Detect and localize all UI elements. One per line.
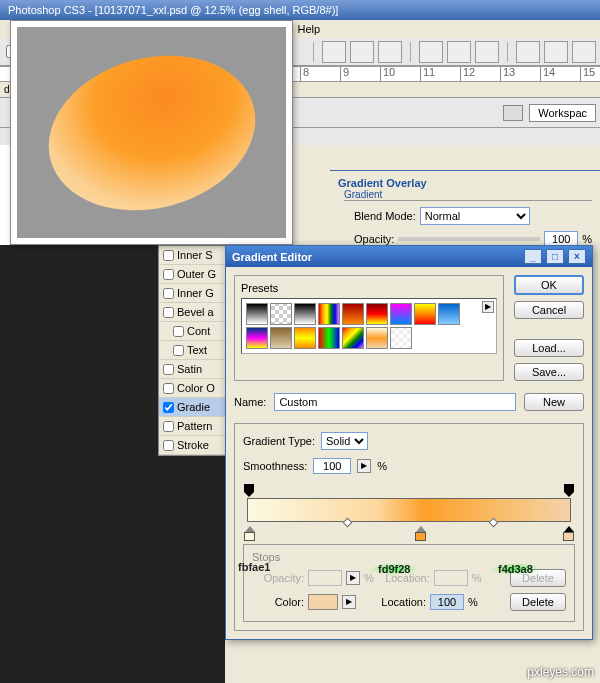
new-button[interactable]: New bbox=[524, 393, 584, 411]
style-inner-glow[interactable]: Inner G bbox=[159, 284, 227, 303]
load-button[interactable]: Load... bbox=[514, 339, 584, 357]
preset-swatch[interactable] bbox=[270, 303, 292, 325]
layer-styles-list: Inner S Outer G Inner G Bevel a Cont Tex… bbox=[158, 245, 228, 456]
delete-color-stop-button[interactable]: Delete bbox=[510, 593, 566, 611]
preset-swatch[interactable] bbox=[342, 327, 364, 349]
opacity-slider[interactable] bbox=[398, 237, 540, 241]
gradient-bar[interactable] bbox=[247, 486, 571, 540]
style-contour[interactable]: Cont bbox=[159, 322, 227, 341]
maximize-icon[interactable]: □ bbox=[546, 249, 564, 264]
save-button[interactable]: Save... bbox=[514, 363, 584, 381]
workspace-button[interactable]: Workspac bbox=[529, 104, 596, 122]
color-stop-1[interactable] bbox=[244, 526, 255, 540]
smoothness-input[interactable] bbox=[313, 458, 351, 474]
align-center-icon[interactable] bbox=[350, 41, 374, 63]
presets-group: Presets ▶ bbox=[234, 275, 504, 381]
pct-label: % bbox=[582, 233, 592, 245]
chevron-right-icon[interactable]: ▶ bbox=[357, 459, 371, 473]
distribute-3-icon[interactable] bbox=[572, 41, 596, 63]
stop-location-input-1 bbox=[434, 570, 468, 586]
stop-opacity-input bbox=[308, 570, 342, 586]
style-pattern-overlay[interactable]: Pattern bbox=[159, 417, 227, 436]
align-top-icon[interactable] bbox=[419, 41, 443, 63]
presets-grid: ▶ bbox=[241, 298, 497, 354]
close-icon[interactable]: × bbox=[568, 249, 586, 264]
preset-swatch[interactable] bbox=[342, 303, 364, 325]
chevron-right-icon[interactable]: ▶ bbox=[342, 595, 356, 609]
style-gradient-overlay[interactable]: Gradie bbox=[159, 398, 227, 417]
opacity-stop-right[interactable] bbox=[564, 484, 574, 496]
preset-swatch[interactable] bbox=[366, 327, 388, 349]
preset-swatch[interactable] bbox=[246, 303, 268, 325]
smoothness-label: Smoothness: bbox=[243, 460, 307, 472]
gradient-sub-header: Gradient bbox=[344, 189, 592, 201]
preset-swatch[interactable] bbox=[390, 327, 412, 349]
distribute-1-icon[interactable] bbox=[516, 41, 540, 63]
stops-label: Stops bbox=[252, 551, 566, 563]
stop-location-label-2: Location: bbox=[374, 596, 426, 608]
opacity-stop-left[interactable] bbox=[244, 484, 254, 496]
workspace-icon[interactable] bbox=[503, 105, 523, 121]
gradient-type-group: Gradient Type: Solid Smoothness: ▶ % bbox=[234, 423, 584, 631]
preset-swatch[interactable] bbox=[390, 303, 412, 325]
preset-swatch[interactable] bbox=[294, 327, 316, 349]
presets-label: Presets bbox=[241, 282, 497, 294]
preset-swatch[interactable] bbox=[438, 303, 460, 325]
align-left-icon[interactable] bbox=[322, 41, 346, 63]
stop-color-label: Color: bbox=[252, 596, 304, 608]
stops-group: Stops Opacity: ▶ % Location: % Delete Co… bbox=[243, 544, 575, 622]
style-outer-glow[interactable]: Outer G bbox=[159, 265, 227, 284]
stop-location-label: Location: bbox=[378, 572, 430, 584]
stop-opacity-label: Opacity: bbox=[252, 572, 304, 584]
preset-swatch[interactable] bbox=[294, 303, 316, 325]
align-middle-icon[interactable] bbox=[447, 41, 471, 63]
stop-location-input-2[interactable] bbox=[430, 594, 464, 610]
distribute-2-icon[interactable] bbox=[544, 41, 568, 63]
menu-help[interactable]: Help bbox=[292, 22, 327, 36]
align-right-icon[interactable] bbox=[378, 41, 402, 63]
app-titlebar: Photoshop CS3 - [10137071_xxl.psd @ 12.5… bbox=[0, 0, 600, 20]
style-texture[interactable]: Text bbox=[159, 341, 227, 360]
preset-swatch[interactable] bbox=[246, 327, 268, 349]
gradient-type-label: Gradient Type: bbox=[243, 435, 315, 447]
gradient-editor-dialog: Gradient Editor _ □ × Presets ▶ bbox=[225, 245, 593, 640]
delete-opacity-stop-button: Delete bbox=[510, 569, 566, 587]
gradient-overlay-header: Gradient Overlay bbox=[338, 177, 592, 189]
style-bevel[interactable]: Bevel a bbox=[159, 303, 227, 322]
preview-thumbnail bbox=[10, 20, 293, 245]
presets-menu-arrow-icon[interactable]: ▶ bbox=[482, 301, 494, 313]
style-inner-shadow[interactable]: Inner S bbox=[159, 246, 227, 265]
dialog-titlebar[interactable]: Gradient Editor _ □ × bbox=[226, 246, 592, 267]
cancel-button[interactable]: Cancel bbox=[514, 301, 584, 319]
preset-swatch[interactable] bbox=[366, 303, 388, 325]
style-stroke[interactable]: Stroke bbox=[159, 436, 227, 455]
name-label: Name: bbox=[234, 396, 266, 408]
preset-swatch[interactable] bbox=[270, 327, 292, 349]
color-stop-3[interactable] bbox=[563, 526, 574, 540]
align-bottom-icon[interactable] bbox=[475, 41, 499, 63]
chevron-right-icon: ▶ bbox=[346, 571, 360, 585]
ok-button[interactable]: OK bbox=[514, 275, 584, 295]
dialog-title: Gradient Editor bbox=[232, 251, 312, 263]
stop-color-swatch[interactable] bbox=[308, 594, 338, 610]
minimize-icon[interactable]: _ bbox=[524, 249, 542, 264]
preset-swatch[interactable] bbox=[318, 303, 340, 325]
watermark: pxleyes.com bbox=[527, 665, 594, 679]
opacity-label: Opacity: bbox=[354, 233, 394, 245]
blend-mode-select[interactable]: Normal bbox=[420, 207, 530, 225]
preset-swatch[interactable] bbox=[414, 303, 436, 325]
egg-preview bbox=[31, 33, 273, 232]
blend-mode-label: Blend Mode: bbox=[354, 210, 416, 222]
app-title: Photoshop CS3 - [10137071_xxl.psd @ 12.5… bbox=[8, 4, 338, 16]
gradient-type-select[interactable]: Solid bbox=[321, 432, 368, 450]
color-stop-2[interactable] bbox=[415, 526, 426, 540]
preset-swatch[interactable] bbox=[318, 327, 340, 349]
style-color-overlay[interactable]: Color O bbox=[159, 379, 227, 398]
name-input[interactable] bbox=[274, 393, 516, 411]
style-satin[interactable]: Satin bbox=[159, 360, 227, 379]
